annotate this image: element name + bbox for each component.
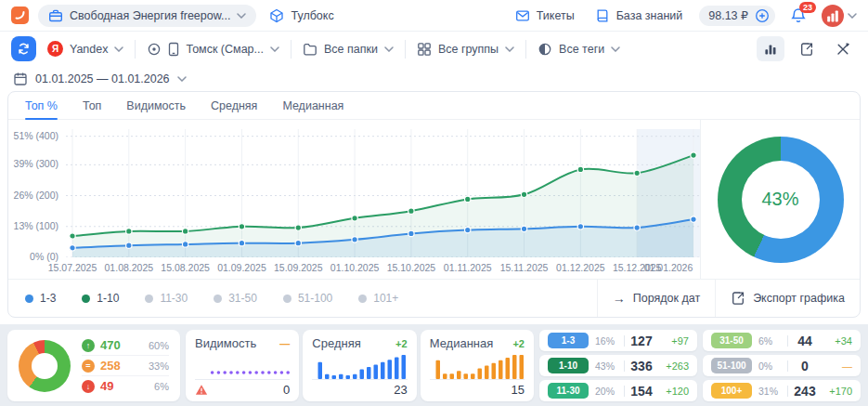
- folder-icon: [303, 42, 317, 57]
- dynamics-card: ↑47060%=25833%↓496%: [7, 330, 180, 401]
- notification-badge: 23: [799, 2, 816, 14]
- position-pill-11-30[interactable]: 11-3020%154+120: [539, 380, 697, 401]
- export-button[interactable]: [793, 36, 821, 61]
- y-tick-label: 26% (200): [14, 190, 58, 201]
- date-order-label: Порядок дат: [633, 292, 700, 305]
- tab-видимость[interactable]: Видимость: [126, 92, 186, 119]
- tab-топ-[interactable]: Топ %: [25, 92, 58, 119]
- position-pill-1-3[interactable]: 1-316%127+97: [539, 330, 697, 351]
- legend-item-51-100[interactable]: 51-100: [283, 292, 332, 305]
- refresh-button[interactable]: [11, 36, 36, 61]
- export-icon: [799, 42, 814, 57]
- sparkline: [430, 350, 525, 380]
- legend-label: 31-50: [228, 292, 257, 305]
- metric-card-title: Медианная: [430, 336, 494, 350]
- range-count: 44: [791, 334, 819, 348]
- tab-средняя[interactable]: Средняя: [211, 92, 257, 119]
- metric-card-медианная[interactable]: Медианная+215: [421, 330, 534, 401]
- groups-selector[interactable]: Все группы: [414, 42, 517, 57]
- position-pill-31-50[interactable]: 31-506%44+34: [703, 330, 861, 351]
- arrow-right-icon: →: [613, 291, 626, 306]
- down-icon: ↓: [82, 380, 95, 393]
- export-chart-button[interactable]: Экспорт графика: [715, 280, 860, 317]
- divider: [525, 40, 526, 59]
- divider: [787, 360, 788, 372]
- x-tick-label: 01.11.2025: [438, 262, 498, 273]
- metric-card-видимость[interactable]: Видимость—0: [186, 330, 299, 401]
- briefcase-icon: [48, 8, 63, 23]
- user-menu[interactable]: [822, 5, 857, 27]
- folders-selector[interactable]: Все папки: [300, 42, 396, 57]
- region-selector[interactable]: Томск (Смар...: [144, 42, 282, 57]
- header-right: Тикеты База знаний 98.13 ₽ 23: [512, 5, 857, 27]
- divider: [787, 386, 788, 397]
- range-badge: 1-3: [548, 333, 589, 348]
- toolbox-label: Тулбокс: [291, 9, 333, 22]
- metric-card-value: 23: [394, 383, 407, 397]
- dynamics-row-up: ↑47060%: [82, 335, 169, 355]
- legend-item-1-10[interactable]: 1-10: [82, 292, 119, 305]
- search-engine-selector[interactable]: Я Yandex: [45, 41, 126, 57]
- metric-card-header: Средняя+2: [312, 336, 407, 350]
- knowledge-base-button[interactable]: База знаний: [591, 8, 687, 23]
- metric-card-средняя[interactable]: Средняя+223: [303, 330, 416, 401]
- groups-label: Все группы: [438, 43, 499, 56]
- tab-медианная[interactable]: Медианная: [282, 92, 343, 119]
- date-range-picker[interactable]: 01.01.2025 — 01.01.2026: [13, 72, 187, 86]
- range-badge: 31-50: [711, 333, 752, 348]
- metric-card-footer: 0: [195, 380, 290, 397]
- y-tick-label: 13% (100): [14, 220, 58, 231]
- range-percent: 0%: [758, 360, 784, 372]
- sparkline: [195, 350, 290, 380]
- tags-selector[interactable]: Все теги: [535, 42, 623, 57]
- legend-dot: [214, 295, 222, 303]
- chevron-down-icon: [611, 46, 620, 52]
- legend-label: 1-3: [40, 292, 56, 305]
- position-pill-51-100[interactable]: 51-1000%0—: [703, 355, 861, 376]
- date-order-button[interactable]: → Порядок дат: [597, 280, 715, 317]
- summary-section: ↑47060%=25833%↓496% Видимость—0Средняя+2…: [0, 324, 868, 406]
- chevron-down-icon: [848, 13, 857, 19]
- divider: [787, 335, 788, 347]
- x-tick-label: 01.10.2025: [325, 262, 384, 273]
- divider: [624, 335, 625, 347]
- tab-топ[interactable]: Топ: [83, 92, 101, 119]
- position-pill-1-10[interactable]: 1-1043%336+263: [539, 355, 697, 376]
- legend-item-101+[interactable]: 101+: [358, 292, 398, 305]
- legend-item-11-30[interactable]: 11-30: [145, 292, 188, 305]
- toolbox-button[interactable]: Тулбокс: [266, 8, 337, 23]
- metric-card-header: Медианная+2: [430, 336, 525, 350]
- x-tick-label: 15.08.2025: [156, 262, 215, 273]
- date-row: 01.01.2025 — 01.01.2026: [0, 66, 868, 91]
- legend-item-1-3[interactable]: 1-3: [25, 292, 56, 305]
- balance-amount: 98.13 ₽: [708, 8, 748, 22]
- avatar: [822, 5, 844, 27]
- notifications-button[interactable]: 23: [788, 7, 809, 24]
- x-tick-label: 15.11.2025: [495, 262, 554, 273]
- chevron-down-icon: [505, 46, 514, 52]
- x-axis: 15.07.202501.08.202515.08.202501.09.2025…: [66, 262, 700, 277]
- filters-toolbar: Я Yandex Томск (Смар... Все папки: [0, 32, 868, 66]
- date-range-label: 01.01.2025 — 01.01.2026: [35, 72, 170, 85]
- dynamics-value: 258: [100, 359, 121, 373]
- range-percent: 16%: [595, 335, 621, 347]
- add-funds-icon[interactable]: [755, 8, 770, 23]
- position-pill-100+[interactable]: 100+31%243+170: [703, 380, 861, 401]
- x-tick-label: 15.09.2025: [268, 262, 328, 273]
- settings-tools-button[interactable]: [829, 36, 857, 61]
- export-chart-label: Экспорт графика: [753, 292, 845, 305]
- project-selector[interactable]: Свободная Энергия freepow...: [38, 5, 256, 27]
- chart-legend: 1-31-1011-3031-5051-100101+: [25, 292, 597, 305]
- position-summary-col-1: 1-316%127+971-1043%336+26311-3020%154+12…: [539, 330, 697, 401]
- app-logo-icon: [11, 7, 29, 24]
- chart-card: Топ %ТопВидимостьСредняяМедианная 0% (0)…: [7, 91, 861, 318]
- calendar-icon: [13, 72, 28, 86]
- tickets-button[interactable]: Тикеты: [512, 8, 578, 23]
- donut-center-label: 43%: [761, 189, 798, 210]
- range-count: 336: [628, 359, 655, 373]
- chart-view-button[interactable]: [757, 36, 784, 61]
- legend-item-31-50[interactable]: 31-50: [214, 292, 257, 305]
- x-tick-label: 01.01.2026: [639, 262, 698, 273]
- chart-body: 0% (0)13% (100)26% (200)39% (300)51% (40…: [8, 120, 860, 279]
- range-badge: 1-10: [548, 358, 589, 373]
